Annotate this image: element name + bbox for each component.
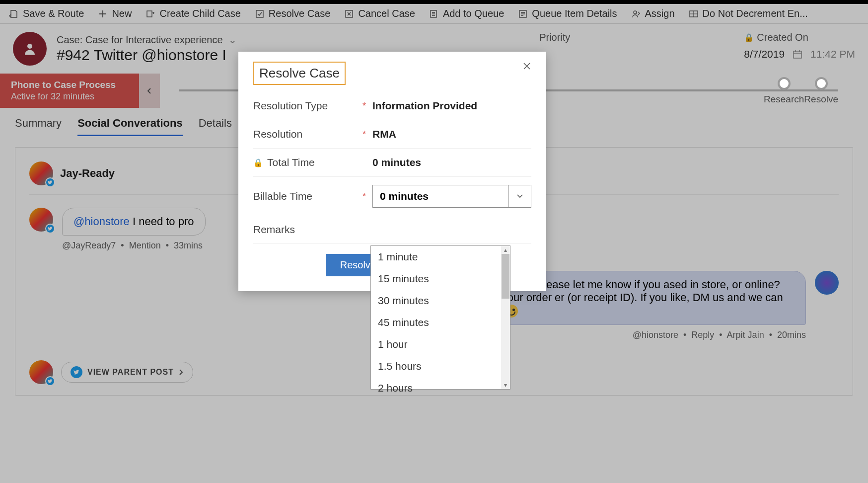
dropdown-option[interactable]: 30 minutes [371,290,510,312]
resolution-type-value[interactable]: Information Provided [372,100,531,112]
modal-title: Resolve Case [253,62,346,85]
scroll-down-icon[interactable]: ▾ [501,381,510,389]
scroll-thumb[interactable] [502,254,509,299]
lock-icon: 🔒 [253,158,263,167]
billable-time-value: 0 minutes [373,185,508,207]
stage-label-resolve: Resolve [804,94,838,105]
modal-backdrop: Resolve Case Resolution Type * Informati… [0,0,868,483]
total-time-value: 0 minutes [372,157,531,168]
billable-time-label: Billable Time [253,190,362,202]
billable-time-select[interactable]: 0 minutes [372,185,531,208]
billable-time-dropdown: 1 minute 15 minutes 30 minutes 45 minute… [370,245,510,390]
resolution-type-label: Resolution Type [253,100,362,112]
chevron-down-icon[interactable] [508,185,531,207]
dropdown-option[interactable]: 15 minutes [371,268,510,290]
dropdown-scrollbar[interactable]: ▴ ▾ [501,246,510,389]
dropdown-option[interactable]: 2 hours [371,377,510,399]
stage-dot-resolve[interactable] [815,77,828,90]
dropdown-option[interactable]: 1.5 hours [371,355,510,377]
remarks-label: Remarks [253,224,362,236]
dropdown-option[interactable]: 45 minutes [371,312,510,333]
resolution-value[interactable]: RMA [372,128,531,140]
resolve-case-dialog: Resolve Case Resolution Type * Informati… [238,52,546,291]
scroll-up-icon[interactable]: ▴ [501,246,510,254]
resolution-label: Resolution [253,128,362,140]
dropdown-option[interactable]: 1 hour [371,333,510,355]
stage-label-research: Research [764,94,804,105]
stage-dot-research[interactable] [778,77,791,90]
total-time-label: 🔒 Total Time [253,157,362,168]
dropdown-option[interactable]: 1 minute [371,246,510,268]
close-icon[interactable] [522,62,531,71]
